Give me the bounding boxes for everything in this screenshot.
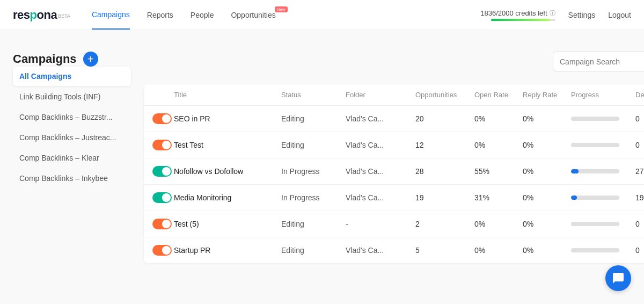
col-open-rate: Open Rate <box>474 91 523 99</box>
cell-status: Editing <box>281 141 346 149</box>
cell-opportunities: 12 <box>415 141 474 149</box>
cell-delivered: 0 <box>635 246 644 255</box>
col-opportunities: Opportunities <box>415 91 474 99</box>
progress-bar <box>571 248 619 252</box>
cell-open-rate: 0% <box>474 220 523 228</box>
new-badge: New <box>275 6 288 12</box>
cell-folder: Vlad's Ca... <box>346 193 415 202</box>
progress-bar <box>571 143 619 147</box>
cell-opportunities: 19 <box>415 193 474 202</box>
table-row: Test Test Editing Vlad's Ca... 12 0% 0% … <box>144 132 644 158</box>
cell-opportunities: 5 <box>415 246 474 255</box>
cell-reply-rate: 0% <box>523 220 571 228</box>
logo-text: respona <box>13 8 57 22</box>
credits-info-icon[interactable]: ⓘ <box>550 9 555 17</box>
cell-folder: Vlad's Ca... <box>346 167 415 176</box>
toggle-media[interactable] <box>152 192 174 203</box>
table-header: Title Status Folder Opportunities Open R… <box>144 84 644 106</box>
cell-delivered: 0 <box>635 220 644 228</box>
sidebar-item-comp-inkybee[interactable]: Comp Backlinks – Inkybee <box>13 169 131 188</box>
cell-status: Editing <box>281 114 346 123</box>
cell-opportunities: 2 <box>415 220 474 228</box>
nav-opportunities[interactable]: Opportunities New <box>231 1 275 29</box>
sidebar-item-comp-buzzstr[interactable]: Comp Backlinks – Buzzstr... <box>13 107 131 127</box>
cell-opportunities: 20 <box>415 114 474 123</box>
progress-bar <box>571 222 619 226</box>
toggle-test[interactable] <box>152 140 174 150</box>
page-header: Campaigns + <box>13 52 131 67</box>
col-toggle <box>152 91 174 99</box>
cell-status: In Progress <box>281 167 346 176</box>
cell-reply-rate: 0% <box>523 114 571 123</box>
nav-right: 1836/2000 credits left ⓘ Settings Logout <box>480 9 631 21</box>
sidebar-item-all-campaigns[interactable]: All Campaigns <box>13 67 131 86</box>
cell-title: Test Test <box>174 141 281 149</box>
sidebar-item-comp-justreac[interactable]: Comp Backlinks – Justreac... <box>13 128 131 147</box>
cell-status: Editing <box>281 220 346 228</box>
cell-status: Editing <box>281 246 346 255</box>
sidebar-menu: All Campaigns Link Building Tools (INF) … <box>13 67 131 188</box>
nav-reports[interactable]: Reports <box>147 1 173 29</box>
nav-campaigns[interactable]: Campaigns <box>92 1 130 30</box>
table-row: Test (5) Editing - 2 0% 0% 0 ⌄ <box>144 211 644 237</box>
page-title: Campaigns <box>13 52 77 66</box>
add-campaign-button[interactable]: + <box>83 52 98 67</box>
cell-title: Startup PR <box>174 246 281 255</box>
cell-reply-rate: 0% <box>523 141 571 149</box>
table-row: Media Monitoring In Progress Vlad's Ca..… <box>144 185 644 211</box>
credits-fill <box>491 19 550 21</box>
table-row: Nofollow vs Dofollow In Progress Vlad's … <box>144 158 644 185</box>
credits-text: 1836/2000 credits left ⓘ <box>480 9 555 17</box>
credits-bar <box>491 19 555 21</box>
cell-open-rate: 31% <box>474 193 523 202</box>
toggle-test5[interactable] <box>152 219 174 229</box>
cell-title: SEO in PR <box>174 114 281 123</box>
table-row: Startup PR Editing Vlad's Ca... 5 0% 0% … <box>144 237 644 263</box>
cell-reply-rate: 0% <box>523 193 571 202</box>
toggle-seo[interactable] <box>152 113 174 124</box>
cell-open-rate: 0% <box>474 246 523 255</box>
sidebar: Campaigns + All Campaigns Link Building … <box>13 52 131 263</box>
nav-links: Campaigns Reports People Opportunities N… <box>92 1 480 30</box>
col-folder: Folder <box>346 91 415 99</box>
col-status: Status <box>281 91 346 99</box>
cell-open-rate: 0% <box>474 141 523 149</box>
settings-link[interactable]: Settings <box>568 11 596 19</box>
col-reply-rate: Reply Rate <box>523 91 571 99</box>
cell-delivered: 27 <box>635 167 644 176</box>
cell-title: Nofollow vs Dofollow <box>174 167 281 176</box>
search-box: 🔍 <box>553 52 644 71</box>
cell-folder: Vlad's Ca... <box>346 141 415 149</box>
cell-delivered: 0 <box>635 114 644 123</box>
cell-folder: Vlad's Ca... <box>346 114 415 123</box>
cell-delivered: 0 <box>635 141 644 149</box>
credits-section: 1836/2000 credits left ⓘ <box>480 9 555 21</box>
toggle-startup[interactable] <box>152 245 174 256</box>
table-row: SEO in PR Editing Vlad's Ca... 20 0% 0% … <box>144 106 644 132</box>
sidebar-item-link-building[interactable]: Link Building Tools (INF) <box>13 87 131 106</box>
logout-link[interactable]: Logout <box>608 11 631 19</box>
col-delivered: Delivered <box>635 91 644 99</box>
cell-title: Media Monitoring <box>174 193 281 202</box>
nav-people[interactable]: People <box>191 1 214 29</box>
col-title: Title <box>174 91 281 99</box>
cell-opportunities: 28 <box>415 167 474 176</box>
content-area: 🔍 Title Status Folder Opportunities Open… <box>144 52 644 263</box>
cell-status: In Progress <box>281 193 346 202</box>
progress-bar <box>571 169 619 173</box>
cell-title: Test (5) <box>174 220 281 228</box>
campaigns-table: Title Status Folder Opportunities Open R… <box>144 84 644 263</box>
search-input[interactable] <box>560 57 644 66</box>
main-container: Campaigns + All Campaigns Link Building … <box>0 30 644 276</box>
logo-beta: BETA <box>58 13 70 19</box>
col-progress: Progress <box>571 91 635 99</box>
cell-reply-rate: 0% <box>523 167 571 176</box>
cell-reply-rate: 0% <box>523 246 571 255</box>
logo: respona BETA <box>13 8 70 22</box>
toggle-nofollow[interactable] <box>152 166 174 177</box>
cell-folder: Vlad's Ca... <box>346 246 415 255</box>
sidebar-item-comp-klear[interactable]: Comp Backlinks – Klear <box>13 148 131 168</box>
content-header: 🔍 <box>144 52 644 71</box>
navbar: respona BETA Campaigns Reports People Op… <box>0 0 644 30</box>
progress-bar <box>571 196 619 200</box>
